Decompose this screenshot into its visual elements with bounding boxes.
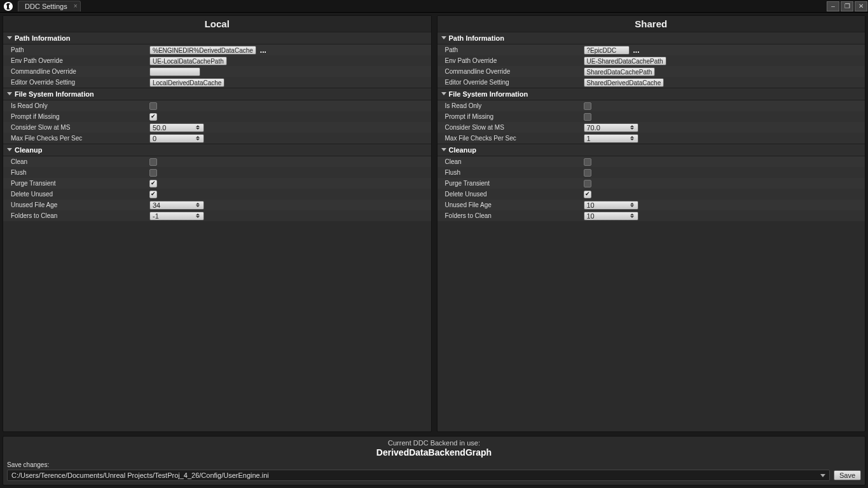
spinner-max-checks[interactable]: 0	[149, 134, 204, 143]
label-unused-age: Unused File Age	[11, 201, 149, 208]
spinner-down-icon[interactable]	[196, 216, 200, 218]
checkbox-purge[interactable]	[584, 180, 591, 187]
spinner-down-icon[interactable]	[196, 205, 200, 207]
input-cmd-override[interactable]: SharedDataCachePath	[584, 67, 656, 76]
checkbox-readonly[interactable]	[149, 102, 157, 110]
spinner-up-icon[interactable]	[196, 203, 200, 205]
window-controls: – ❐ ✕	[826, 1, 868, 12]
tab-ddc-settings[interactable]: DDC Settings ×	[18, 1, 81, 11]
spinner-folders-clean[interactable]: -1	[149, 212, 204, 220]
section-header-cleanup-shared[interactable]: Cleanup	[437, 144, 865, 156]
spinner-unused-age[interactable]: 34	[149, 201, 204, 210]
label-slow-ms: Consider Slow at MS	[445, 124, 584, 131]
save-path-combo[interactable]: C:/Users/Terence/Documents/Unreal Projec…	[7, 470, 830, 481]
spinner-value: 0	[153, 135, 156, 142]
label-editor-override: Editor Override Setting	[11, 79, 149, 86]
close-button[interactable]: ✕	[855, 1, 867, 11]
section-header-cleanup-local[interactable]: Cleanup	[3, 144, 431, 156]
label-purge: Purge Transient	[445, 180, 584, 187]
spinner-unused-age[interactable]: 10	[584, 201, 638, 210]
label-path: Path	[11, 46, 149, 53]
browse-button[interactable]: ...	[259, 46, 268, 55]
section-header-fs-local[interactable]: File System Information	[3, 88, 431, 100]
spinner-value: 10	[587, 212, 595, 220]
section-header-path-shared[interactable]: Path Information	[437, 32, 865, 44]
label-readonly: Is Read Only	[445, 102, 584, 109]
input-editor-override[interactable]: LocalDerivedDataCache	[149, 78, 224, 87]
checkbox-readonly[interactable]	[584, 102, 591, 110]
input-path[interactable]: ?EpicDDC	[584, 46, 630, 55]
input-editor-override[interactable]: SharedDerivedDataCache	[584, 78, 665, 87]
spinner-down-icon[interactable]	[196, 139, 200, 140]
label-readonly: Is Read Only	[11, 102, 149, 109]
spinner-up-icon[interactable]	[196, 125, 200, 127]
panel-body-shared: Path Information Path?EpicDDC... Env Pat…	[437, 32, 865, 431]
save-changes-label: Save changes:	[7, 461, 861, 468]
maximize-button[interactable]: ❐	[841, 1, 853, 11]
label-purge: Purge Transient	[11, 180, 149, 187]
label-env-path: Env Path Override	[445, 57, 584, 64]
input-cmd-override[interactable]	[149, 67, 200, 76]
checkbox-purge[interactable]	[149, 180, 157, 187]
input-env-path[interactable]: UE-SharedDataCachePath	[584, 57, 666, 65]
panel-local: Local Path Information Path%ENGINEDIR%De…	[3, 15, 432, 432]
section-header-label: File System Information	[15, 90, 94, 98]
checkbox-prompt-missing[interactable]	[149, 113, 157, 121]
input-path[interactable]: %ENGINEDIR%DerivedDataCache	[149, 46, 256, 55]
spinner-up-icon[interactable]	[630, 214, 634, 215]
spinner-value: 34	[153, 201, 160, 209]
panel-title-local: Local	[3, 16, 431, 32]
spinner-up-icon[interactable]	[630, 136, 634, 138]
chevron-down-icon	[820, 474, 825, 477]
chevron-down-icon	[441, 92, 446, 95]
label-clean: Clean	[445, 158, 584, 165]
section-header-fs-shared[interactable]: File System Information	[437, 88, 865, 100]
save-button[interactable]: Save	[834, 470, 861, 480]
section-header-label: File System Information	[449, 90, 528, 98]
tab-label: DDC Settings	[25, 3, 67, 10]
checkbox-clean[interactable]	[149, 158, 157, 166]
checkbox-clean[interactable]	[584, 158, 591, 166]
label-delete-unused: Delete Unused	[445, 191, 584, 198]
spinner-up-icon[interactable]	[196, 214, 200, 215]
spinner-value: 1	[587, 135, 591, 142]
browse-button[interactable]: ...	[632, 46, 641, 55]
spinner-folders-clean[interactable]: 10	[584, 212, 638, 220]
spinner-down-icon[interactable]	[630, 216, 634, 218]
minimize-button[interactable]: –	[827, 1, 839, 11]
checkbox-flush[interactable]	[584, 169, 591, 177]
label-slow-ms: Consider Slow at MS	[11, 124, 149, 131]
checkbox-delete-unused[interactable]	[149, 191, 157, 198]
spinner-down-icon[interactable]	[196, 128, 200, 130]
checkbox-delete-unused[interactable]	[584, 191, 591, 198]
chevron-down-icon	[441, 148, 446, 151]
spinner-down-icon[interactable]	[630, 128, 634, 130]
section-header-label: Cleanup	[15, 146, 42, 154]
footer-backend-name: DerivedDataBackendGraph	[7, 447, 861, 458]
section-header-path-local[interactable]: Path Information	[3, 32, 431, 44]
chevron-down-icon	[441, 36, 446, 39]
spinner-up-icon[interactable]	[196, 136, 200, 138]
save-path-value: C:/Users/Terence/Documents/Unreal Projec…	[11, 471, 269, 479]
panel-title-shared: Shared	[437, 16, 865, 32]
spinner-up-icon[interactable]	[630, 125, 634, 127]
spinner-down-icon[interactable]	[630, 205, 634, 207]
close-icon[interactable]: ×	[74, 3, 78, 10]
spinner-value: -1	[153, 212, 159, 220]
spinner-slow-ms[interactable]: 70.0	[584, 123, 638, 132]
spinner-value: 70.0	[587, 124, 600, 132]
spinner-value: 10	[587, 201, 595, 209]
spinner-slow-ms[interactable]: 50.0	[149, 123, 204, 132]
footer-info-text: Current DDC Backend in use:	[7, 439, 861, 447]
chevron-down-icon	[7, 36, 12, 39]
checkbox-prompt-missing[interactable]	[584, 113, 591, 121]
spinner-down-icon[interactable]	[630, 139, 634, 140]
label-clean: Clean	[11, 158, 149, 165]
checkbox-flush[interactable]	[149, 169, 157, 177]
label-path: Path	[445, 46, 584, 53]
label-unused-age: Unused File Age	[445, 201, 584, 208]
input-env-path[interactable]: UE-LocalDataCachePath	[149, 57, 227, 65]
label-flush: Flush	[445, 169, 584, 176]
spinner-max-checks[interactable]: 1	[584, 134, 638, 143]
spinner-up-icon[interactable]	[630, 203, 634, 205]
